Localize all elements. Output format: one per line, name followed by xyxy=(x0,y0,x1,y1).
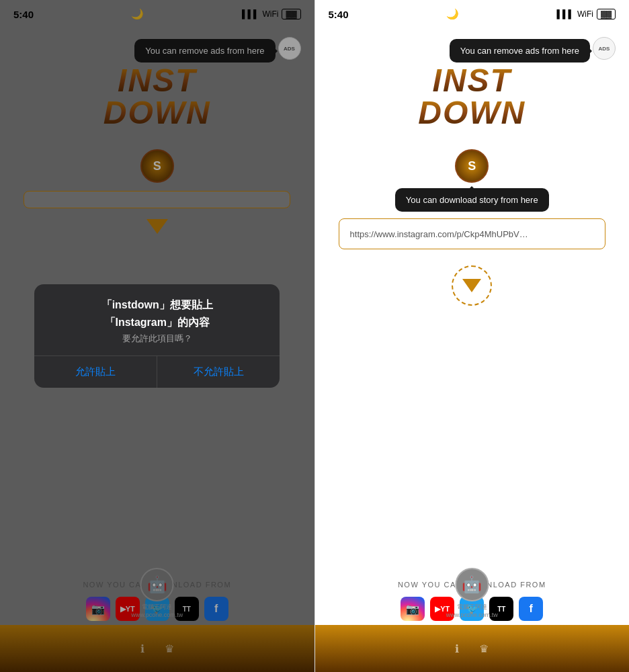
status-bar-right: 5:40 🌙 ▌▌▌ WiFi ▓▓ xyxy=(315,0,630,24)
deny-paste-button[interactable]: 不允許貼上 xyxy=(157,356,280,388)
wifi-right: WiFi xyxy=(577,9,593,19)
paste-dialog: 「instdown」想要貼上 「Instagram」的內容 要允許此項目嗎？ 允… xyxy=(34,284,280,388)
watermark-right: 🤖 電腦王阿達www.pcone.com.tw xyxy=(446,568,498,618)
allow-paste-button[interactable]: 允許貼上 xyxy=(34,356,157,388)
watermark-avatar-right: 🤖 xyxy=(455,568,489,601)
ads-badge-right[interactable]: ADS xyxy=(593,37,616,60)
crown-icon-right: ♛ xyxy=(479,642,489,655)
info-icon-right: ℹ xyxy=(455,642,459,655)
watermark-text-right: 電腦王阿達www.pcone.com.tw xyxy=(446,603,498,618)
story-icon-right: S xyxy=(455,149,489,183)
ad-tooltip-right: You can remove ads from here xyxy=(450,39,590,62)
download-triangle-right xyxy=(462,279,481,292)
bottom-bar-right: ℹ ♛ xyxy=(315,625,630,672)
app-logo-right: INST DOWN xyxy=(418,65,526,129)
moon-right: 🌙 xyxy=(446,8,459,20)
download-button-right[interactable] xyxy=(452,265,492,306)
time-right: 5:40 xyxy=(329,9,349,20)
dialog-content: 「instdown」想要貼上 「Instagram」的內容 要允許此項目嗎？ xyxy=(34,284,280,345)
story-tooltip: You can download story from here xyxy=(395,188,549,212)
dialog-overlay: 「instdown」想要貼上 「Instagram」的內容 要允許此項目嗎？ 允… xyxy=(0,0,314,672)
logo-line1-right: INST xyxy=(418,65,526,97)
facebook-icon-right[interactable]: f xyxy=(519,597,543,621)
dialog-subtitle: 要允許此項目嗎？ xyxy=(48,333,266,345)
url-input-right[interactable]: https://www.instagram.com/p/Ckp4MhUPbV… xyxy=(339,218,605,249)
dialog-title-line1: 「instdown」想要貼上 xyxy=(48,298,266,312)
dialog-title-line2: 「Instagram」的內容 xyxy=(48,315,266,330)
battery-right: ▓▓ xyxy=(597,9,616,19)
instagram-icon-right[interactable]: 📷 xyxy=(401,597,425,621)
ads-badge-text-right: ADS xyxy=(599,46,610,52)
phone-left: 5:40 🌙 ▌▌▌ WiFi ▓▓ ADS You can remove ad… xyxy=(0,0,314,672)
url-text: https://www.instagram.com/p/Ckp4MhUPbV… xyxy=(350,229,528,239)
dialog-buttons: 允許貼上 不允許貼上 xyxy=(34,355,280,388)
logo-line2-right: DOWN xyxy=(418,97,526,129)
signal-right: ▌▌▌ xyxy=(556,9,574,19)
phone-right: 5:40 🌙 ▌▌▌ WiFi ▓▓ ADS You can remove ad… xyxy=(315,0,630,672)
